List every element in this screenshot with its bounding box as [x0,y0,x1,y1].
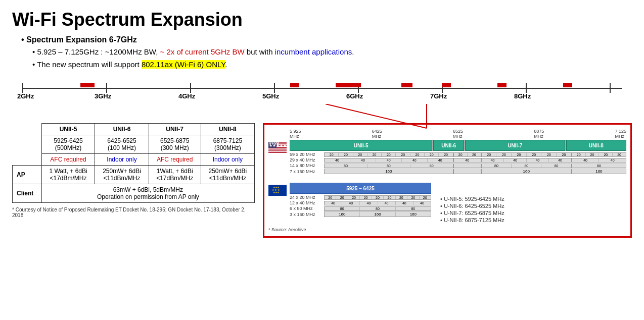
eu-notes: • U-NII-5: 5925-6425 MHz • U-NII-6: 6425… [440,196,504,224]
unii6-bar: UNII-6 [433,140,464,151]
eu-note-4: • U-NII-8: 6875-7125 MHz [440,217,504,223]
bullet-icon: • [21,35,24,44]
ch-row-80mhz-us: 14 x 80 MHz 808080 808080 80 [290,163,626,168]
table-cell-freq7: 6525-6875(300 MHz) [149,135,201,154]
table-cell-empty1 [13,135,42,154]
svg-rect-11 [268,149,287,150]
ch-row-20mhz-eu: 24 x 20 MHz 202020202020202020 [290,195,431,200]
table-cell-ap-label: AP [13,166,42,184]
page-title: Wi-Fi Spectrum Expansion [12,9,632,30]
svg-rect-10 [268,148,287,149]
freq-label-8ghz: 8GHz [514,92,531,100]
table-cell-ap8: 250mW+ 6dBi<11dBm/MHz [201,166,254,184]
table-area: UNII-5 UNII-6 UNII-7 UNII-8 5925-6425(50… [12,123,255,238]
freq-label-6ghz: 6GHz [346,92,363,100]
table-cell-freq5: 5925-6425(500MHz) [41,135,95,154]
svg-rect-12 [268,149,287,150]
eu-flag: ★★★ ★ ★ ★ ★★★ [268,185,287,196]
table-row-client: Client 63mW + 6dBi, 5dBm/MHz Operation o… [13,184,255,203]
table-row-freq: 5925-6425(500MHz) 6425-6525(100 MHz) 652… [13,135,255,154]
unii8-bar: UNII-8 [566,140,626,151]
table-cell-empty2 [13,154,42,166]
eu-band-bar: 5925 – 6425 [290,183,431,194]
svg-rect-15 [268,152,287,153]
svg-text:★★★★★: ★★★★★ [269,142,280,144]
eu-note-3: • U-NII-7: 6525-6875 MHz [440,210,504,216]
table-cell-freq6: 6425-6525(100 MHz) [95,135,149,154]
ch-row-40mhz-eu: 12 x 40 MHz 404040404040 [290,200,431,205]
table-cell-status6: Indoor only [95,154,149,166]
diagram-source: * Source: Aerohive [268,227,626,232]
freq-label-4ghz: 4GHz [178,92,195,100]
freq-label-3ghz: 3GHz [95,92,111,100]
table-cell-status8: Indoor only [201,154,254,166]
diagram-box: 5 925MHz 6425MHz 6525MHz 6875MHz 7 125MH… [263,123,632,238]
diag-freq-6425: 6425MHz [372,129,382,139]
diag-freq-5925: 5 925MHz [290,129,301,139]
diag-freq-6875: 6875MHz [534,129,544,139]
ch-cells-20: 202020202020202020 2020 202020202020 202… [324,152,626,157]
ch-label-20: 59 x 20 MHz [290,152,324,157]
unii5-bar: UNII-5 [290,140,432,151]
freq-label-2ghz: 2GHz [17,92,34,100]
ch-row-20mhz-us: 59 x 20 MHz 202020202020202020 2020 [290,152,626,157]
eu-note-1: • U-NII-5: 5925-6425 MHz [440,196,504,202]
svg-rect-13 [268,150,287,151]
eu-note-2: • U-NII-6: 6425-6525 MHz [440,203,504,209]
ch-row-160mhz-us: 7 x 160 MHz 160 160 160 [290,169,626,174]
svg-rect-14 [268,151,287,152]
unii-bar-container: UNII-5 UNII-6 UNII-7 UNII-8 59 x 20 MHz [290,140,626,175]
table-cell-ap6: 250mW+ 6dBi<11dBm/MHz [95,166,149,184]
diag-freq-7125: 7 125MHz [615,129,626,139]
unii-table: UNII-5 UNII-6 UNII-7 UNII-8 5925-6425(50… [12,123,255,203]
ch-row-160mhz-eu: 3 x 160 MHz 160160160 [290,211,431,217]
table-cell-status7: AFC required [149,154,201,166]
svg-text:★★★: ★★★ [273,191,280,194]
table-footnote: * Courtesy of Notice of Proposed Rulemak… [12,207,255,218]
diag-freq-6525: 6525MHz [453,129,463,139]
bullet-sub-icon: • [32,47,35,56]
us-flag: ★★★★★ ★★★★ ★★★★★ [268,142,287,153]
bullet-sub1: • 5.925 – 7.125GHz : ~1200MHz BW, ~ 2x o… [32,47,632,56]
table-cell-client-label: Client [13,184,42,203]
bullet-main: • Spectrum Expansion 6-7GHz [21,35,632,44]
freq-label-7ghz: 7GHz [430,92,447,100]
unii7-bar: UNII-7 [465,140,565,151]
table-cell-status5: AFC required [41,154,95,166]
table-cell-ap7: 1Watt, + 6dBi<17dBm/MHz [149,166,201,184]
table-cell-client-value: 63mW + 6dBi, 5dBm/MHz Operation on permi… [41,184,254,203]
bullet-sub2-icon: • [32,60,35,69]
spectrum-container: 2GHz 3GHz 4GHz 5GHz 6GHz 7GHz 8GHz [12,78,632,100]
ch-row-80mhz-eu: 6 x 80 MHz 808080 [290,206,431,211]
main-area: UNII-5 UNII-6 UNII-7 UNII-8 5925-6425(50… [12,123,632,238]
table-cell-freq8: 6875-7125(300MHz) [201,135,254,154]
freq-label-5ghz: 5GHz [262,92,279,100]
us-section: ★★★★★ ★★★★ ★★★★★ UNII-5 UNII-6 UNII-7 UN… [268,140,626,175]
ch-row-40mhz-us: 29 x 40 MHz 4040404040 40 40404040 4040 [290,157,626,163]
bullet-sub2: • The new spectrum will support 802.11ax… [32,60,632,69]
table-row-ap: AP 1 Watt, + 6dBi<17dBm/MHz 250mW+ 6dBi<… [13,166,255,184]
table-cell-ap5: 1 Watt, + 6dBi<17dBm/MHz [41,166,95,184]
table-row-status: AFC required Indoor only AFC required In… [13,154,255,166]
